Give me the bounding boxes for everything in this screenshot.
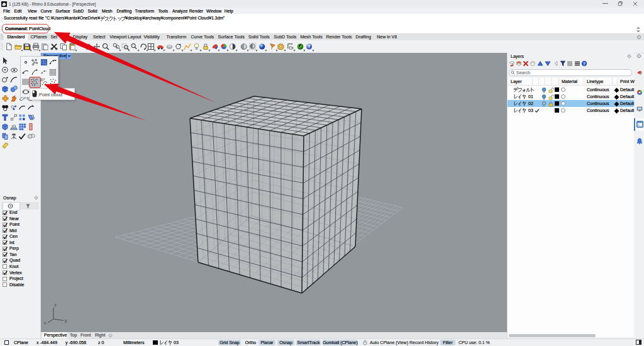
svg-text:y: y bbox=[65, 318, 67, 323]
svg-text:?: ? bbox=[308, 43, 311, 49]
svg-text:?: ? bbox=[583, 62, 586, 66]
svg-text:z: z bbox=[55, 303, 57, 307]
svg-text:x: x bbox=[44, 321, 47, 325]
